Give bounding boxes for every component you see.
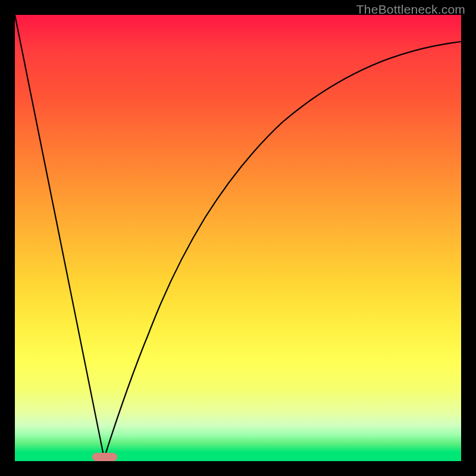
- left-line: [15, 15, 104, 458]
- watermark-label: TheBottleneck.com: [356, 2, 465, 17]
- optimal-marker: [92, 453, 117, 461]
- right-curve: [104, 42, 461, 458]
- curve-layer: [15, 15, 461, 461]
- plot-area: [15, 15, 461, 461]
- bottleneck-chart: TheBottleneck.com: [0, 0, 476, 476]
